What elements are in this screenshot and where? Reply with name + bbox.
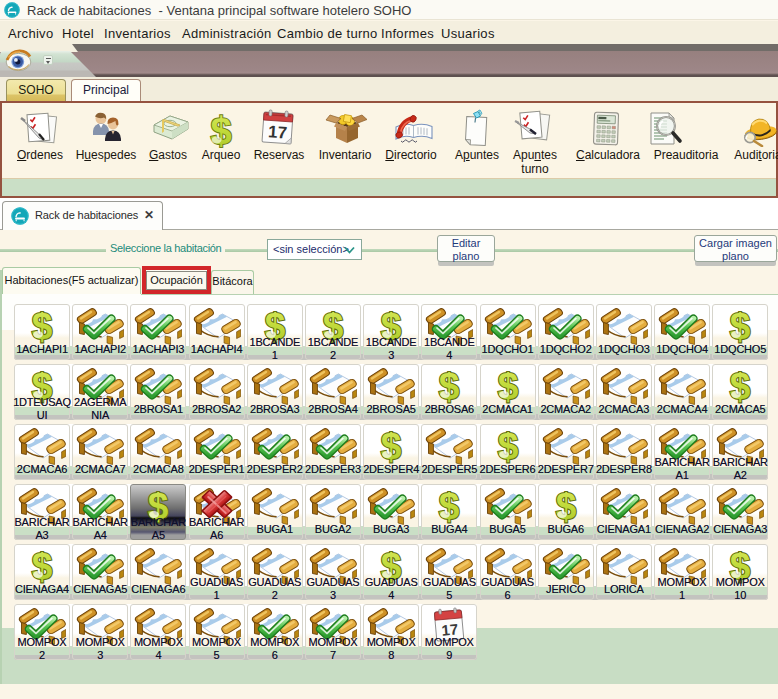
svg-text:17: 17: [268, 122, 288, 142]
svg-text:$: $: [210, 111, 231, 149]
